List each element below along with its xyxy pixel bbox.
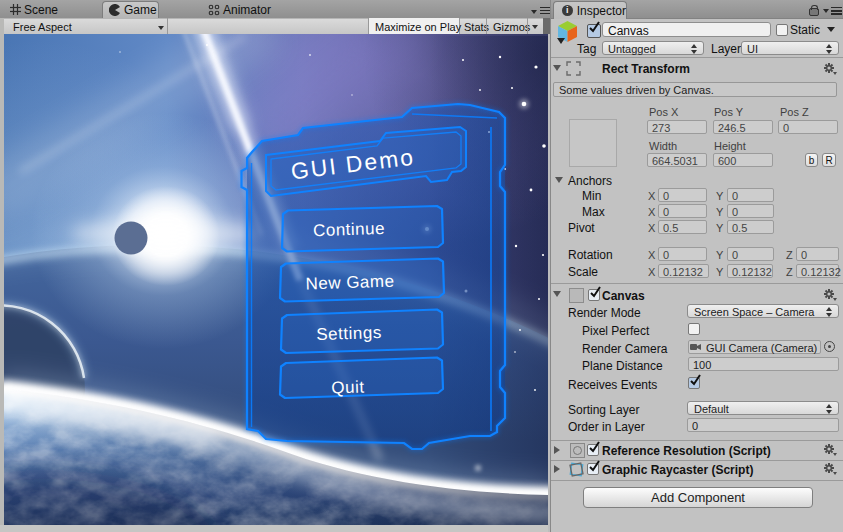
- svg-text:New Game: New Game: [305, 272, 395, 294]
- svg-text:Continue: Continue: [313, 219, 386, 240]
- svg-text:Quit: Quit: [331, 377, 365, 397]
- svg-text:Settings: Settings: [316, 323, 382, 344]
